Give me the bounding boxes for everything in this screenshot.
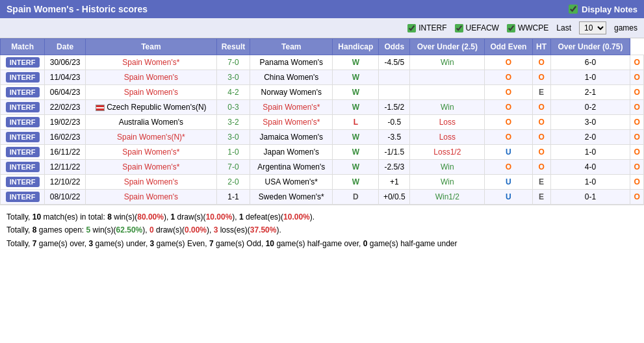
cell-team1: Spain Women's (85, 175, 216, 190)
cell-handicap: -0.5 (379, 115, 410, 130)
cell-team1: Spain Women's* (85, 55, 216, 70)
cell-ou25: O (485, 100, 532, 115)
cell-date: 11/04/23 (45, 70, 86, 85)
uefacw-checkbox[interactable] (455, 24, 463, 32)
cell-result: 3-0 (216, 130, 250, 145)
cell-wld: W (333, 85, 379, 100)
cell-oddeven: O (532, 70, 550, 85)
cell-type: INTERF (1, 85, 45, 100)
cell-ou25: O (485, 85, 532, 100)
cell-type: INTERF (1, 100, 45, 115)
cell-wld: W (333, 175, 379, 190)
cell-ou075: O (630, 160, 644, 175)
cell-odds: Loss (410, 130, 485, 145)
cell-result: 1-0 (216, 145, 250, 160)
cell-ht: 1-0 (550, 175, 630, 190)
cell-team2: China Women's (250, 70, 333, 85)
page-title: Spain Women's - Historic scores (6, 4, 148, 14)
cell-team2: Spain Women's* (250, 115, 333, 130)
interf-checkbox[interactable] (407, 24, 416, 32)
cell-ou25: O (485, 130, 532, 145)
cell-team2: Jamaica Women's (250, 130, 333, 145)
cell-handicap (379, 85, 410, 100)
cell-team1: Spain Women's* (85, 145, 216, 160)
cell-wld: W (333, 130, 379, 145)
cell-type: INTERF (1, 70, 45, 85)
cell-type: INTERF (1, 175, 45, 190)
col-ht: HT (532, 39, 550, 55)
cell-result: 2-0 (216, 175, 250, 190)
cell-type: INTERF (1, 190, 45, 205)
header-bar: Spain Women's - Historic scores Display … (0, 0, 644, 18)
cell-handicap: -1.5/2 (379, 100, 410, 115)
cell-oddeven: O (532, 115, 550, 130)
cell-result: 3-0 (216, 70, 250, 85)
cell-odds: Win (410, 55, 485, 70)
cell-date: 12/10/22 (45, 175, 86, 190)
cell-ou075: O (630, 100, 644, 115)
cell-ou25: O (485, 115, 532, 130)
cell-ou075: O (630, 55, 644, 70)
cell-team2: USA Women's* (250, 175, 333, 190)
display-notes-toggle[interactable]: Display Notes (569, 5, 638, 14)
filter-wwcpe[interactable]: WWCPE (507, 23, 548, 32)
cell-handicap: +1 (379, 175, 410, 190)
cell-ht: 2-1 (550, 85, 630, 100)
cell-ou075: O (630, 70, 644, 85)
cell-odds: Win (410, 160, 485, 175)
col-odds: Odds (379, 39, 410, 55)
filter-interf[interactable]: INTERF (407, 23, 446, 32)
display-notes-label: Display Notes (582, 5, 638, 14)
cell-oddeven: O (532, 145, 550, 160)
filter-uefacw[interactable]: UEFACW (455, 23, 499, 32)
cell-oddeven: O (532, 130, 550, 145)
wwcpe-checkbox[interactable] (507, 24, 515, 32)
cell-wld: W (333, 55, 379, 70)
summary-line2: Totally, 8 games open: 5 win(s)(62.50%),… (6, 223, 638, 236)
cell-result: 7-0 (216, 55, 250, 70)
cell-odds (410, 85, 485, 100)
cell-date: 16/02/23 (45, 130, 86, 145)
col-date: Date (45, 39, 86, 55)
col-ou25: Over Under (2.5) (410, 39, 485, 55)
cell-team2: Argentina Women's (250, 160, 333, 175)
cell-ou25: O (485, 70, 532, 85)
col-result: Result (216, 39, 250, 55)
last-select[interactable]: 5 10 15 20 30 50 (579, 21, 606, 34)
cell-result: 1-1 (216, 190, 250, 205)
cell-result: 7-0 (216, 160, 250, 175)
cell-odds: Loss1/2 (410, 145, 485, 160)
cell-team1: Spain Women's (85, 85, 216, 100)
cell-odds: Win (410, 100, 485, 115)
cell-team2: Panama Women's (250, 55, 333, 70)
cell-ht: 3-0 (550, 115, 630, 130)
cell-date: 16/11/22 (45, 145, 86, 160)
cell-ou075: O (630, 145, 644, 160)
summary-section: Totally, 10 match(es) in total: 8 win(s)… (0, 205, 644, 255)
cell-ou075: O (630, 175, 644, 190)
cell-ou25: U (485, 190, 532, 205)
games-label: games (614, 23, 638, 32)
cell-oddeven: O (532, 55, 550, 70)
summary-line3: Totally, 7 game(s) over, 3 game(s) under… (6, 237, 638, 250)
cell-ht: 4-0 (550, 160, 630, 175)
cell-date: 08/10/22 (45, 190, 86, 205)
cell-odds (410, 70, 485, 85)
cell-wld: L (333, 115, 379, 130)
display-notes-checkbox[interactable] (569, 5, 578, 14)
cell-handicap: -2.5/3 (379, 160, 410, 175)
cell-oddeven: E (532, 175, 550, 190)
cell-team1: Spain Women's (85, 190, 216, 205)
cell-type: INTERF (1, 115, 45, 130)
cell-type: INTERF (1, 160, 45, 175)
cell-handicap: -4.5/5 (379, 55, 410, 70)
cell-team1: Spain Women's (85, 70, 216, 85)
cell-result: 4-2 (216, 85, 250, 100)
cell-team1: Spain Women's* (85, 160, 216, 175)
cell-ou075: O (630, 85, 644, 100)
cell-ou075: O (630, 190, 644, 205)
col-team2: Team (250, 39, 333, 55)
cell-ht: 6-0 (550, 55, 630, 70)
cell-wld: W (333, 70, 379, 85)
cell-type: INTERF (1, 130, 45, 145)
